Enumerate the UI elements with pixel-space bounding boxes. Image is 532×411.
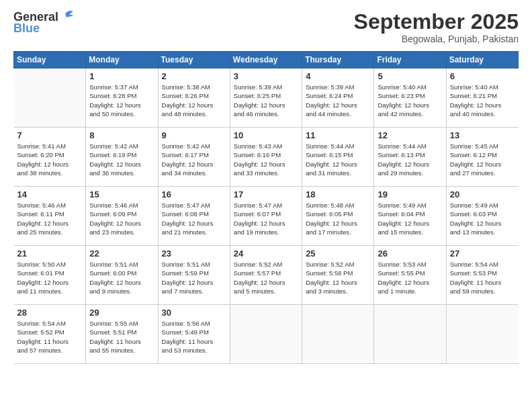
day-info: Sunrise: 5:47 AM Sunset: 6:07 PM Dayligh…	[234, 201, 298, 236]
page: General Blue September 2025 Begowala, Pu…	[0, 0, 532, 411]
weekday-header-row: SundayMondayTuesdayWednesdayThursdayFrid…	[14, 52, 519, 68]
day-info: Sunrise: 5:38 AM Sunset: 6:26 PM Dayligh…	[162, 83, 226, 118]
logo: General Blue	[13, 10, 75, 35]
day-number: 19	[378, 189, 442, 199]
day-info: Sunrise: 5:49 AM Sunset: 6:03 PM Dayligh…	[450, 201, 515, 236]
month-title: September 2025	[354, 10, 519, 34]
calendar-day-cell: 4Sunrise: 5:39 AM Sunset: 6:24 PM Daylig…	[302, 68, 374, 128]
calendar-day-cell: 21Sunrise: 5:50 AM Sunset: 6:01 PM Dayli…	[14, 246, 86, 305]
calendar-day-cell: 6Sunrise: 5:40 AM Sunset: 6:21 PM Daylig…	[446, 68, 518, 128]
calendar-day-cell: 10Sunrise: 5:43 AM Sunset: 6:16 PM Dayli…	[230, 128, 302, 187]
calendar-day-cell: 8Sunrise: 5:42 AM Sunset: 6:19 PM Daylig…	[86, 128, 158, 187]
calendar-week-row: 14Sunrise: 5:46 AM Sunset: 6:11 PM Dayli…	[14, 187, 519, 246]
calendar-day-cell: 3Sunrise: 5:39 AM Sunset: 6:25 PM Daylig…	[230, 68, 302, 128]
empty-cell	[14, 68, 86, 128]
weekday-header-friday: Friday	[374, 52, 446, 68]
calendar-day-cell: 11Sunrise: 5:44 AM Sunset: 6:15 PM Dayli…	[302, 128, 374, 187]
calendar-day-cell: 7Sunrise: 5:41 AM Sunset: 6:20 PM Daylig…	[14, 128, 86, 187]
day-info: Sunrise: 5:45 AM Sunset: 6:12 PM Dayligh…	[450, 142, 515, 177]
calendar-day-cell: 17Sunrise: 5:47 AM Sunset: 6:07 PM Dayli…	[230, 187, 302, 246]
weekday-header-tuesday: Tuesday	[158, 52, 230, 68]
day-number: 5	[378, 71, 442, 81]
day-number: 6	[450, 71, 515, 81]
calendar-table: SundayMondayTuesdayWednesdayThursdayFrid…	[13, 51, 519, 364]
calendar-day-cell: 12Sunrise: 5:44 AM Sunset: 6:13 PM Dayli…	[374, 128, 446, 187]
calendar-day-cell: 24Sunrise: 5:52 AM Sunset: 5:57 PM Dayli…	[230, 246, 302, 305]
day-info: Sunrise: 5:54 AM Sunset: 5:53 PM Dayligh…	[450, 260, 515, 295]
day-info: Sunrise: 5:54 AM Sunset: 5:52 PM Dayligh…	[17, 319, 83, 355]
day-number: 24	[234, 248, 298, 259]
calendar-day-cell: 9Sunrise: 5:42 AM Sunset: 6:17 PM Daylig…	[158, 128, 230, 187]
day-number: 13	[450, 130, 515, 140]
weekday-header-sunday: Sunday	[14, 52, 86, 68]
weekday-header-monday: Monday	[86, 52, 158, 68]
day-info: Sunrise: 5:49 AM Sunset: 6:04 PM Dayligh…	[378, 201, 442, 236]
calendar-week-row: 28Sunrise: 5:54 AM Sunset: 5:52 PM Dayli…	[14, 305, 519, 364]
calendar-day-cell: 20Sunrise: 5:49 AM Sunset: 6:03 PM Dayli…	[446, 187, 518, 246]
day-info: Sunrise: 5:40 AM Sunset: 6:21 PM Dayligh…	[450, 83, 515, 118]
day-info: Sunrise: 5:51 AM Sunset: 6:00 PM Dayligh…	[89, 260, 154, 295]
calendar-day-cell: 2Sunrise: 5:38 AM Sunset: 6:26 PM Daylig…	[158, 68, 230, 128]
day-info: Sunrise: 5:51 AM Sunset: 5:59 PM Dayligh…	[162, 260, 226, 295]
day-number: 8	[89, 130, 154, 140]
calendar-week-row: 21Sunrise: 5:50 AM Sunset: 6:01 PM Dayli…	[14, 246, 519, 305]
day-number: 14	[17, 189, 83, 199]
calendar-day-cell: 27Sunrise: 5:54 AM Sunset: 5:53 PM Dayli…	[446, 246, 518, 305]
calendar-day-cell: 28Sunrise: 5:54 AM Sunset: 5:52 PM Dayli…	[14, 305, 86, 364]
calendar-day-cell: 15Sunrise: 5:46 AM Sunset: 6:09 PM Dayli…	[86, 187, 158, 246]
header: General Blue September 2025 Begowala, Pu…	[13, 10, 519, 44]
day-number: 27	[450, 248, 515, 259]
empty-cell	[374, 305, 446, 364]
day-info: Sunrise: 5:39 AM Sunset: 6:24 PM Dayligh…	[306, 83, 370, 118]
calendar-day-cell: 13Sunrise: 5:45 AM Sunset: 6:12 PM Dayli…	[446, 128, 518, 187]
calendar-day-cell: 14Sunrise: 5:46 AM Sunset: 6:11 PM Dayli…	[14, 187, 86, 246]
day-info: Sunrise: 5:44 AM Sunset: 6:13 PM Dayligh…	[378, 142, 442, 177]
day-number: 17	[234, 189, 298, 199]
day-number: 23	[162, 248, 226, 259]
day-number: 25	[306, 248, 370, 259]
day-number: 21	[17, 248, 83, 259]
day-info: Sunrise: 5:43 AM Sunset: 6:16 PM Dayligh…	[234, 142, 298, 177]
day-number: 10	[234, 130, 298, 140]
day-number: 29	[89, 308, 154, 318]
day-info: Sunrise: 5:46 AM Sunset: 6:11 PM Dayligh…	[17, 201, 83, 236]
day-info: Sunrise: 5:42 AM Sunset: 6:19 PM Dayligh…	[89, 142, 154, 177]
day-info: Sunrise: 5:52 AM Sunset: 5:57 PM Dayligh…	[234, 260, 298, 295]
calendar-day-cell: 22Sunrise: 5:51 AM Sunset: 6:00 PM Dayli…	[86, 246, 158, 305]
empty-cell	[230, 305, 302, 364]
day-number: 9	[162, 130, 226, 140]
day-info: Sunrise: 5:50 AM Sunset: 6:01 PM Dayligh…	[17, 260, 83, 295]
calendar-day-cell: 26Sunrise: 5:53 AM Sunset: 5:55 PM Dayli…	[374, 246, 446, 305]
empty-cell	[302, 305, 374, 364]
day-number: 7	[17, 130, 83, 140]
logo-blue: Blue	[13, 21, 75, 36]
day-info: Sunrise: 5:42 AM Sunset: 6:17 PM Dayligh…	[162, 142, 226, 177]
weekday-header-saturday: Saturday	[446, 52, 518, 68]
calendar-day-cell: 19Sunrise: 5:49 AM Sunset: 6:04 PM Dayli…	[374, 187, 446, 246]
calendar-day-cell: 25Sunrise: 5:52 AM Sunset: 5:56 PM Dayli…	[302, 246, 374, 305]
calendar-day-cell: 29Sunrise: 5:55 AM Sunset: 5:51 PM Dayli…	[86, 305, 158, 364]
day-info: Sunrise: 5:52 AM Sunset: 5:56 PM Dayligh…	[306, 260, 370, 295]
calendar-day-cell: 23Sunrise: 5:51 AM Sunset: 5:59 PM Dayli…	[158, 246, 230, 305]
day-info: Sunrise: 5:53 AM Sunset: 5:55 PM Dayligh…	[378, 260, 442, 295]
day-number: 1	[89, 71, 154, 81]
title-section: September 2025 Begowala, Punjab, Pakista…	[354, 10, 519, 44]
calendar-day-cell: 16Sunrise: 5:47 AM Sunset: 6:08 PM Dayli…	[158, 187, 230, 246]
day-number: 22	[89, 248, 154, 259]
day-number: 11	[306, 130, 370, 140]
calendar-day-cell: 30Sunrise: 5:56 AM Sunset: 5:49 PM Dayli…	[158, 305, 230, 364]
weekday-header-wednesday: Wednesday	[230, 52, 302, 68]
day-number: 4	[306, 71, 370, 81]
day-number: 18	[306, 189, 370, 199]
day-info: Sunrise: 5:47 AM Sunset: 6:08 PM Dayligh…	[162, 201, 226, 236]
day-info: Sunrise: 5:40 AM Sunset: 6:23 PM Dayligh…	[378, 83, 442, 118]
day-info: Sunrise: 5:56 AM Sunset: 5:49 PM Dayligh…	[162, 319, 226, 355]
empty-cell	[446, 305, 518, 364]
day-info: Sunrise: 5:44 AM Sunset: 6:15 PM Dayligh…	[306, 142, 370, 177]
weekday-header-thursday: Thursday	[302, 52, 374, 68]
day-info: Sunrise: 5:48 AM Sunset: 6:05 PM Dayligh…	[306, 201, 370, 236]
calendar-week-row: 1Sunrise: 5:37 AM Sunset: 6:28 PM Daylig…	[14, 68, 519, 128]
calendar-week-row: 7Sunrise: 5:41 AM Sunset: 6:20 PM Daylig…	[14, 128, 519, 187]
day-info: Sunrise: 5:55 AM Sunset: 5:51 PM Dayligh…	[89, 319, 154, 355]
calendar-day-cell: 5Sunrise: 5:40 AM Sunset: 6:23 PM Daylig…	[374, 68, 446, 128]
